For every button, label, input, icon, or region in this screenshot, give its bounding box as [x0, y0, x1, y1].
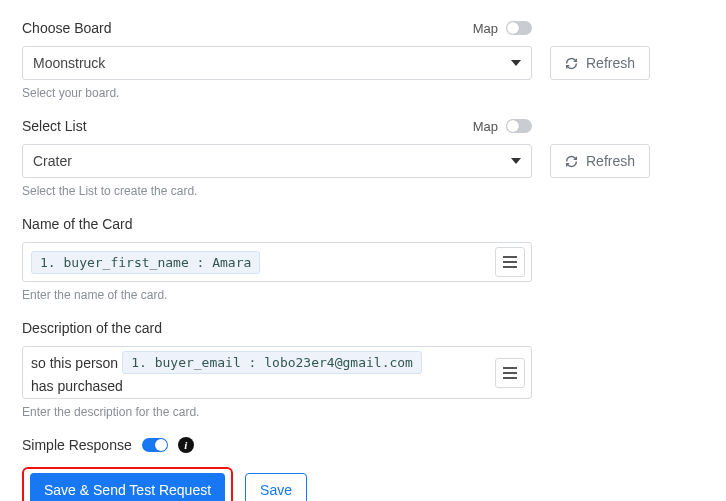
desc-label: Description of the card	[22, 320, 162, 336]
desc-help: Enter the description for the card.	[22, 405, 704, 419]
choose-board-label: Choose Board	[22, 20, 112, 36]
desc-input[interactable]: so this person 1. buyer_email : lobo23er…	[22, 346, 532, 399]
caret-down-icon	[511, 158, 521, 164]
refresh-icon	[565, 155, 578, 168]
name-pill[interactable]: 1. buyer_first_name : Amara	[31, 251, 260, 274]
board-map-toggle[interactable]	[506, 21, 532, 35]
list-select-value: Crater	[33, 153, 72, 169]
name-help: Enter the name of the card.	[22, 288, 704, 302]
board-help: Select your board.	[22, 86, 704, 100]
desc-text-before: so this person	[31, 355, 118, 371]
board-map-label: Map	[473, 21, 498, 36]
list-select[interactable]: Crater	[22, 144, 532, 178]
list-help: Select the List to create the card.	[22, 184, 704, 198]
board-select-value: Moonstruck	[33, 55, 105, 71]
select-list-label: Select List	[22, 118, 87, 134]
refresh-label: Refresh	[586, 55, 635, 71]
name-label: Name of the Card	[22, 216, 133, 232]
desc-menu-button[interactable]	[495, 358, 525, 388]
board-select[interactable]: Moonstruck	[22, 46, 532, 80]
info-icon[interactable]: i	[178, 437, 194, 453]
list-refresh-button[interactable]: Refresh	[550, 144, 650, 178]
refresh-label: Refresh	[586, 153, 635, 169]
name-menu-button[interactable]	[495, 247, 525, 277]
menu-icon	[503, 256, 517, 258]
save-button[interactable]: Save	[245, 473, 307, 501]
list-map-toggle[interactable]	[506, 119, 532, 133]
caret-down-icon	[511, 60, 521, 66]
board-refresh-button[interactable]: Refresh	[550, 46, 650, 80]
simple-response-toggle[interactable]	[142, 438, 168, 452]
save-send-test-button[interactable]: Save & Send Test Request	[30, 473, 225, 501]
refresh-icon	[565, 57, 578, 70]
desc-text-after: has purchased	[31, 378, 123, 394]
list-map-label: Map	[473, 119, 498, 134]
menu-icon	[503, 367, 517, 369]
simple-response-label: Simple Response	[22, 437, 132, 453]
primary-highlight: Save & Send Test Request	[22, 467, 233, 501]
name-input[interactable]: 1. buyer_first_name : Amara	[22, 242, 532, 282]
desc-pill[interactable]: 1. buyer_email : lobo23er4@gmail.com	[122, 351, 422, 374]
